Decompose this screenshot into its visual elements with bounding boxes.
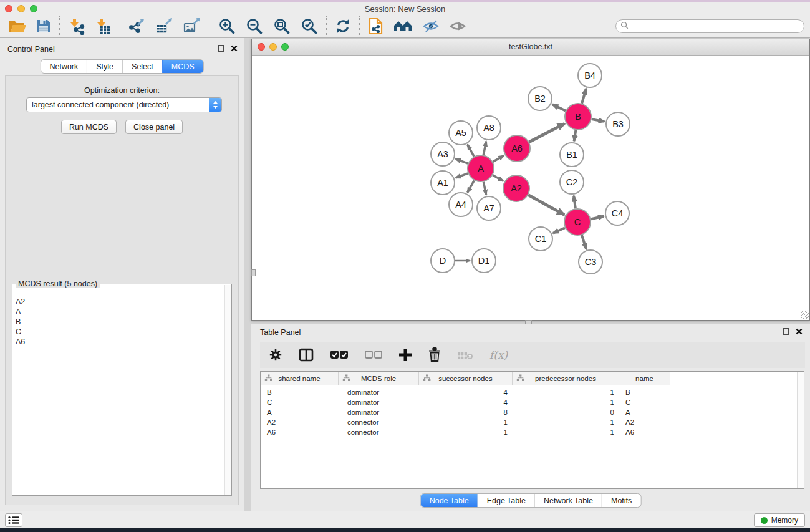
edge-A-A5[interactable] [468,145,474,157]
zoom-selected-button[interactable] [301,17,318,35]
close-panel-button[interactable]: Close panel [125,120,183,134]
window-resize-grip[interactable] [801,311,809,319]
edge-A6-B[interactable] [529,123,565,142]
import-table-button[interactable] [95,18,112,35]
edge-A-A3[interactable] [456,159,468,163]
zoom-out-button[interactable] [246,17,263,35]
tab-mcds[interactable]: MCDS [162,60,203,73]
node-C4[interactable]: C4 [605,201,629,225]
task-history-button[interactable] [5,513,22,527]
import-network-button[interactable] [68,18,85,35]
edge-A-A6[interactable] [493,156,504,162]
table-row[interactable]: A2connector11A2 [261,417,804,427]
column-header-mcds-role[interactable]: MCDS role [339,372,419,385]
node-C[interactable]: C [564,209,591,235]
node-C1[interactable]: C1 [529,227,552,251]
split-view-button[interactable] [299,348,314,362]
add-column-button[interactable] [398,348,412,362]
canvas-edge-handle[interactable] [525,320,532,324]
deselect-all-button[interactable] [365,351,382,359]
search-box[interactable] [615,19,804,33]
tab-network[interactable]: Network [41,60,87,73]
edge-C-C1[interactable] [553,228,565,233]
node-B2[interactable]: B2 [528,87,552,110]
table-row[interactable]: A6connector11A6 [261,427,804,437]
node-A2[interactable]: A2 [503,175,529,201]
canvas-edge-handle[interactable] [251,269,256,276]
edge-B-B4[interactable] [582,89,586,104]
refresh-button[interactable] [335,18,351,34]
node-A8[interactable]: A8 [477,116,501,140]
node-A1[interactable]: A1 [431,171,455,195]
zoom-in-button[interactable] [218,17,236,35]
delete-column-button[interactable] [428,347,441,362]
edge-B-B3[interactable] [592,119,605,122]
settings-button[interactable] [269,348,282,362]
node-A3[interactable]: A3 [431,142,455,166]
node-A6[interactable]: A6 [504,135,530,162]
table-row[interactable]: Bdominator41B [261,387,804,397]
run-mcds-button[interactable]: Run MCDS [61,120,117,134]
node-C3[interactable]: C3 [579,250,602,274]
float-panel-icon[interactable] [783,328,789,335]
close-panel-icon[interactable] [796,328,803,335]
node-A4[interactable]: A4 [449,193,473,216]
save-button[interactable] [36,19,51,34]
node-C2[interactable]: C2 [560,170,584,194]
tab-style[interactable]: Style [87,60,122,73]
edge-C-C3[interactable] [582,235,586,249]
hide-eye-button[interactable] [422,19,440,34]
node-A[interactable]: A [468,155,494,181]
edge-A-A4[interactable] [468,180,475,192]
search-input[interactable] [631,21,804,32]
node-B1[interactable]: B1 [560,143,584,167]
network-window-titlebar[interactable]: testGlobe.txt [252,39,809,56]
column-header-predecessor-nodes[interactable]: predecessor nodes [513,372,619,385]
network-view-window[interactable]: testGlobe.txt B4B2BB3A8A5A6A3B1AC2A1A2A4… [251,39,810,321]
node-B3[interactable]: B3 [606,112,630,136]
tab-motifs[interactable]: Motifs [602,494,640,507]
main-titlebar[interactable]: Session: New Session [0,2,810,15]
table-row[interactable]: Adominator80A [261,407,804,417]
zoom-fit-button[interactable] [273,17,291,35]
export-network-button[interactable] [128,18,146,35]
node-D1[interactable]: D1 [472,249,496,273]
optimization-select[interactable]: largest connected component (directed) [26,97,222,112]
edge-C-C4[interactable] [591,216,604,220]
edge-C-C2[interactable] [574,196,576,208]
float-panel-icon[interactable] [218,45,224,52]
edge-A-A8[interactable] [483,142,486,155]
tab-select[interactable]: Select [122,60,162,73]
column-header-name[interactable]: name [619,372,670,385]
node-D[interactable]: D [431,249,455,273]
node-B4[interactable]: B4 [578,64,602,87]
export-table-button[interactable] [156,18,173,35]
select-all-button[interactable] [330,350,349,360]
open-file-button[interactable] [8,19,26,34]
memory-button[interactable]: Memory [754,513,805,527]
column-header-shared-name[interactable]: shared name [261,372,339,385]
function-builder-button[interactable]: f(x) [489,349,508,361]
edge-A-A2[interactable] [493,175,503,181]
edge-A-A7[interactable] [483,182,486,195]
edge-B-B2[interactable] [552,104,566,110]
delete-table-button[interactable] [457,350,473,360]
export-image-button[interactable] [183,18,201,35]
ndex-home-button[interactable] [393,19,412,34]
node-A5[interactable]: A5 [449,121,473,145]
result-scrollbar[interactable] [224,285,231,495]
tab-network-table[interactable]: Network Table [534,494,602,507]
ndex-document-button[interactable] [368,17,383,35]
column-header-successor-nodes[interactable]: successor nodes [419,372,513,385]
edge-A2-C[interactable] [528,195,564,215]
edge-A-A1[interactable] [456,173,468,178]
show-eye-button[interactable] [450,19,466,33]
node-B[interactable]: B [565,104,591,130]
table-scrollbar[interactable] [797,372,804,488]
table-row[interactable]: Cdominator41C [261,397,804,407]
node-A7[interactable]: A7 [477,196,501,220]
edge-B-B1[interactable] [574,130,576,142]
tab-edge-table[interactable]: Edge Table [478,494,534,507]
close-panel-icon[interactable] [231,45,238,52]
network-canvas[interactable]: B4B2BB3A8A5A6A3B1AC2A1A2A4A7C4CC1DD1C3 [252,56,809,320]
